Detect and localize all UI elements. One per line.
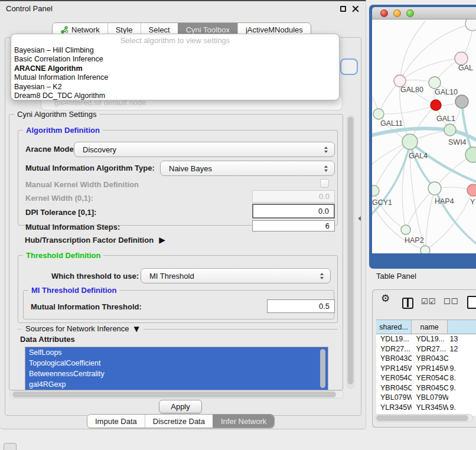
table-row[interactable]: YBL079WYBL079W [376, 393, 476, 403]
split-columns-icon[interactable] [402, 298, 413, 309]
tab-impute-data[interactable]: Impute Data [87, 415, 145, 428]
which-threshold-combo[interactable]: MI Threshold [141, 268, 331, 283]
attribute-list-item[interactable]: gal4RGexp [25, 379, 328, 390]
network-edge[interactable] [406, 188, 435, 230]
table-column-header[interactable] [448, 320, 476, 334]
expand-arrow-icon[interactable]: ▶ [159, 235, 165, 244]
table-row[interactable]: YDR27...YDR27...12 [376, 344, 476, 354]
table-horizontal-scrollbar[interactable] [374, 414, 473, 422]
attribute-list-item[interactable]: BetweennessCentrality [25, 369, 328, 379]
network-node-label: GCY1 [372, 198, 392, 207]
network-node[interactable] [455, 95, 468, 108]
network-node-hap2[interactable] [401, 225, 410, 234]
table-row[interactable]: YER054CYER054C8. [376, 373, 476, 383]
algorithm-dropdown: Select algorithm to view settings Bayesi… [11, 34, 340, 100]
algorithm-option[interactable]: Bayesian – K2 [11, 83, 339, 92]
algorithm-combo-fragment[interactable] [340, 58, 358, 75]
network-node-hap4[interactable] [428, 182, 441, 195]
minimize-traffic-light-icon[interactable] [393, 9, 401, 17]
collapse-arrow-icon[interactable]: ▼ [134, 325, 139, 333]
network-node[interactable] [420, 246, 430, 253]
algorithm-option[interactable]: Bayesian – Hill Climbing [11, 46, 339, 55]
network-node[interactable] [465, 19, 476, 31]
table-row[interactable]: YLR345WYLR345W9. [376, 403, 476, 413]
minimized-panel-button[interactable] [4, 443, 17, 450]
network-edge[interactable] [374, 191, 406, 230]
algorithm-option[interactable]: Mutual Information Inference [11, 73, 339, 82]
network-graph[interactable]: GALGAL80GAL10GAL1GAL11SWI4GAL4GCY1HAP4YH… [372, 19, 476, 253]
list-scrollbar-thumb[interactable] [320, 349, 325, 388]
zoom-traffic-light-icon[interactable] [406, 9, 414, 17]
gear-icon[interactable]: ⚙ [381, 292, 390, 304]
export-table-icon[interactable] [467, 296, 476, 309]
table-row[interactable]: YDL19...YDL19...13 [376, 334, 476, 344]
panel-collapse-arrow-icon[interactable] [358, 216, 361, 221]
mi-type-value: Naive Bayes [169, 164, 212, 173]
network-edge-thick[interactable] [410, 142, 476, 184]
network-node-gal10[interactable] [429, 77, 441, 89]
algorithm-option[interactable]: Basic Correlation Inference [11, 55, 339, 64]
sources-section-header[interactable]: Sources for Network Inference ▼ [21, 324, 144, 333]
dpi-tolerance-field[interactable]: 0.0 [252, 204, 335, 219]
hub-tf-definition-row[interactable]: Hub/Transcription Factor Definition ▶ [25, 234, 165, 245]
network-node-label: Y [470, 198, 475, 206]
close-icon[interactable] [352, 5, 359, 12]
network-edge[interactable] [400, 58, 461, 81]
table-column-header[interactable]: name [412, 320, 448, 334]
network-node-label: GAL1 [436, 115, 455, 123]
network-canvas[interactable]: GALGAL80GAL10GAL1GAL11SWI4GAL4GCY1HAP4YH… [372, 19, 476, 253]
table-row[interactable]: YPR145WYPR145W9. [376, 364, 476, 374]
settings-hscroll-thumb[interactable] [12, 392, 336, 397]
apply-button[interactable]: Apply [159, 400, 202, 413]
kernel-width-field[interactable]: 0.0 [252, 190, 335, 203]
network-node-y[interactable] [467, 184, 476, 196]
aracne-mode-combo[interactable]: Discovery [74, 142, 335, 157]
network-node[interactable] [465, 147, 476, 162]
network-node-gal4[interactable] [402, 134, 418, 149]
float-window-icon[interactable] [340, 6, 346, 12]
table-row[interactable]: YBR043CYBR043C [376, 354, 476, 364]
network-node-gal[interactable] [455, 52, 468, 65]
network-icon [60, 26, 69, 34]
network-node-label: GAL11 [380, 119, 403, 128]
network-edge[interactable] [400, 21, 425, 81]
network-edge[interactable] [379, 105, 436, 114]
settings-vscroll-thumb[interactable] [348, 117, 353, 384]
network-node-gal80[interactable] [394, 75, 406, 87]
table-column-header[interactable]: shared... [376, 320, 412, 334]
network-node-gal11[interactable] [373, 109, 384, 119]
attribute-list-item[interactable]: TopologicalCoefficient [25, 358, 328, 369]
table-cell: YER054C [376, 373, 412, 383]
network-node-gal1[interactable] [431, 100, 441, 110]
spinner-arrows-icon [324, 146, 328, 153]
table-cell: YPR145W [376, 364, 412, 374]
manual-kernel-checkbox[interactable] [320, 179, 329, 188]
tab-style-label: Style [116, 25, 133, 34]
tab-infer-network[interactable]: Infer Network [213, 415, 274, 428]
table-row[interactable]: YBR045CYBR045C9. [376, 383, 476, 393]
network-node-swi4[interactable] [444, 124, 456, 136]
table-cell: YER054C [412, 373, 448, 383]
checked-columns-icon[interactable]: ☑☑ [421, 297, 436, 306]
settings-vertical-scrollbar[interactable] [347, 115, 354, 389]
table-panel-window: ⚙ ☑☑ ☐☐ shared...name YDL19...YDL19...13… [372, 289, 476, 428]
algorithm-option[interactable]: ARACNE Algorithm [11, 64, 339, 73]
table-cell: 8. [448, 373, 476, 383]
network-edge[interactable] [425, 188, 435, 250]
tab-discretize-data[interactable]: Discretize Data [145, 415, 213, 428]
close-traffic-light-icon[interactable] [380, 9, 388, 17]
table-cell: YBL079W [412, 393, 448, 403]
settings-horizontal-scrollbar[interactable] [10, 390, 344, 399]
table-hscroll-thumb[interactable] [376, 415, 468, 421]
network-window-titlebar[interactable] [372, 7, 476, 19]
mi-steps-field[interactable]: 6 [252, 220, 335, 231]
tab-impute-data-label: Impute Data [95, 417, 137, 426]
mi-type-combo[interactable]: Naive Bayes [160, 161, 335, 176]
attribute-list-item[interactable]: SelfLoops [25, 347, 328, 358]
mi-threshold-field[interactable]: 0.5 [267, 299, 335, 313]
table-cell: YLR345W [376, 403, 412, 413]
network-node-gcy1[interactable] [372, 185, 379, 196]
algorithm-option[interactable]: Dream8 DC_TDC Algorithm [11, 92, 339, 100]
unchecked-columns-icon[interactable]: ☐☐ [444, 297, 458, 306]
data-attributes-list[interactable]: SelfLoopsTopologicalCoefficientBetweenne… [25, 347, 328, 390]
